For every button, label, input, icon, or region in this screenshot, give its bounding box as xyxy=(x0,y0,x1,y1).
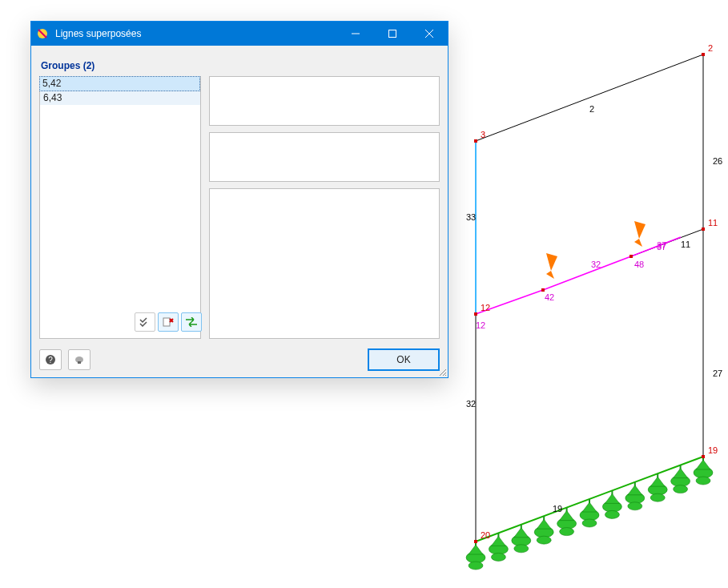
svg-point-64 xyxy=(650,493,665,501)
svg-marker-76 xyxy=(634,239,642,247)
svg-rect-87 xyxy=(474,312,477,316)
svg-text:26: 26 xyxy=(713,156,722,166)
groups-list-panel: 5,42 6,43 xyxy=(39,76,201,339)
svg-point-68 xyxy=(674,485,688,493)
svg-text:2: 2 xyxy=(589,104,594,114)
svg-rect-1 xyxy=(389,30,396,38)
svg-marker-35 xyxy=(491,536,505,546)
svg-text:3: 3 xyxy=(481,130,485,139)
svg-line-23 xyxy=(543,256,631,290)
svg-rect-2 xyxy=(163,318,170,326)
svg-marker-59 xyxy=(628,485,642,495)
svg-marker-75 xyxy=(634,221,646,239)
panel-top xyxy=(209,76,440,126)
svg-text:37: 37 xyxy=(657,242,666,252)
svg-marker-51 xyxy=(582,502,597,512)
svg-text:19: 19 xyxy=(553,504,562,513)
svg-marker-55 xyxy=(605,493,619,503)
svg-marker-63 xyxy=(650,477,665,486)
svg-point-60 xyxy=(628,502,642,510)
svg-rect-93 xyxy=(541,288,545,292)
svg-text:20: 20 xyxy=(481,530,490,540)
dialog-title: Lignes superposées xyxy=(55,28,141,39)
select-all-icon[interactable] xyxy=(135,312,155,332)
svg-marker-67 xyxy=(674,469,688,478)
groups-header: Groupes (2) xyxy=(41,60,201,71)
svg-point-56 xyxy=(605,510,619,518)
svg-point-32 xyxy=(469,562,483,570)
svg-rect-91 xyxy=(474,540,477,543)
dialog-content: Groupes (2) 5,42 6,43 xyxy=(39,54,440,342)
svg-marker-43 xyxy=(537,519,551,529)
svg-rect-89 xyxy=(702,455,705,458)
close-button[interactable] xyxy=(411,22,448,46)
svg-text:11: 11 xyxy=(708,218,718,228)
svg-text:19: 19 xyxy=(708,445,718,455)
panel-mid xyxy=(209,132,440,182)
svg-text:12: 12 xyxy=(481,303,490,312)
svg-point-52 xyxy=(582,519,597,527)
svg-rect-6 xyxy=(78,361,81,364)
svg-text:33: 33 xyxy=(466,212,476,222)
svg-point-40 xyxy=(514,545,529,553)
dialog-footer: ? OK xyxy=(39,348,440,371)
svg-point-48 xyxy=(560,528,574,536)
svg-text:27: 27 xyxy=(713,369,722,378)
svg-text:?: ? xyxy=(48,356,53,364)
resize-grip[interactable] xyxy=(438,368,446,376)
svg-text:11: 11 xyxy=(681,240,690,249)
svg-line-10 xyxy=(476,54,703,141)
list-item[interactable]: 6,43 xyxy=(40,91,200,105)
model-viewport[interactable]: 22627113332323719124248372311121920 xyxy=(448,16,728,585)
svg-point-72 xyxy=(696,477,710,485)
minimize-button[interactable] xyxy=(337,22,374,46)
svg-rect-83 xyxy=(474,139,477,143)
svg-line-9 xyxy=(445,375,446,376)
list-item[interactable]: 5,42 xyxy=(39,76,200,91)
help-icon[interactable]: ? xyxy=(39,349,62,370)
svg-text:12: 12 xyxy=(476,320,485,330)
lightbulb-icon[interactable] xyxy=(68,349,90,370)
svg-text:2: 2 xyxy=(708,43,713,53)
maximize-button[interactable] xyxy=(374,22,411,46)
svg-point-36 xyxy=(491,553,505,561)
groups-list[interactable]: 5,42 6,43 xyxy=(40,76,200,105)
svg-marker-74 xyxy=(546,271,554,279)
list-toolbar xyxy=(135,312,202,332)
svg-text:32: 32 xyxy=(466,399,476,409)
svg-marker-73 xyxy=(546,253,557,271)
svg-rect-81 xyxy=(702,53,705,56)
svg-text:48: 48 xyxy=(634,260,644,269)
svg-rect-85 xyxy=(702,228,705,231)
svg-marker-71 xyxy=(696,460,710,469)
svg-point-44 xyxy=(537,536,551,544)
app-icon xyxy=(36,27,49,40)
svg-marker-39 xyxy=(514,528,529,538)
svg-text:42: 42 xyxy=(545,292,554,302)
svg-marker-31 xyxy=(469,545,483,554)
svg-text:32: 32 xyxy=(591,260,601,269)
dialog-lignes-superposees: Lignes superposées Groupes (2) 5,42 6,43 xyxy=(30,21,448,378)
svg-rect-94 xyxy=(629,255,633,258)
panel-bottom xyxy=(209,188,440,339)
ok-button[interactable]: OK xyxy=(368,348,440,371)
delete-icon[interactable] xyxy=(158,312,179,332)
svg-line-7 xyxy=(440,369,446,376)
titlebar[interactable]: Lignes superposées xyxy=(31,22,448,46)
swap-icon[interactable] xyxy=(181,312,202,332)
